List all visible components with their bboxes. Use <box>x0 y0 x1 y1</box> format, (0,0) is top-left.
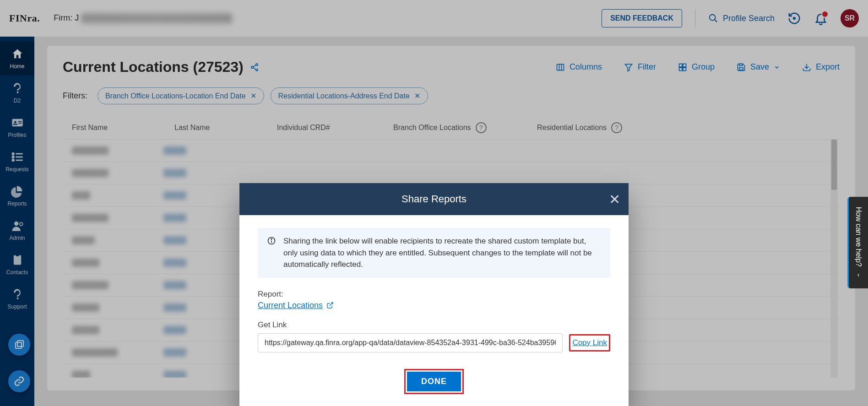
share-reports-modal: Share Reports ✕ Sharing the link below w… <box>239 183 629 406</box>
modal-header: Share Reports ✕ <box>239 183 629 215</box>
report-link-text: Current Locations <box>258 301 323 310</box>
chevron-left-icon: ‹ <box>857 271 860 278</box>
help-tab-label: How can we help? <box>854 207 863 267</box>
share-link-input[interactable] <box>258 333 563 352</box>
modal-info-box: Sharing the link below will enable recip… <box>258 228 610 278</box>
done-button[interactable]: DONE <box>404 369 464 394</box>
info-icon <box>267 236 276 271</box>
report-link[interactable]: Current Locations <box>258 301 334 310</box>
svg-line-39 <box>330 303 333 306</box>
external-link-icon <box>326 302 334 309</box>
report-label: Report: <box>258 290 610 299</box>
help-side-tab[interactable]: How can we help? ‹ <box>847 197 868 288</box>
modal-info-text: Sharing the link below will enable recip… <box>283 235 601 271</box>
copy-link-button[interactable]: Copy Link <box>569 334 610 352</box>
modal-title: Share Reports <box>401 193 467 205</box>
get-link-label: Get Link <box>258 320 610 330</box>
svg-point-38 <box>271 238 272 239</box>
modal-close-icon[interactable]: ✕ <box>609 191 620 207</box>
